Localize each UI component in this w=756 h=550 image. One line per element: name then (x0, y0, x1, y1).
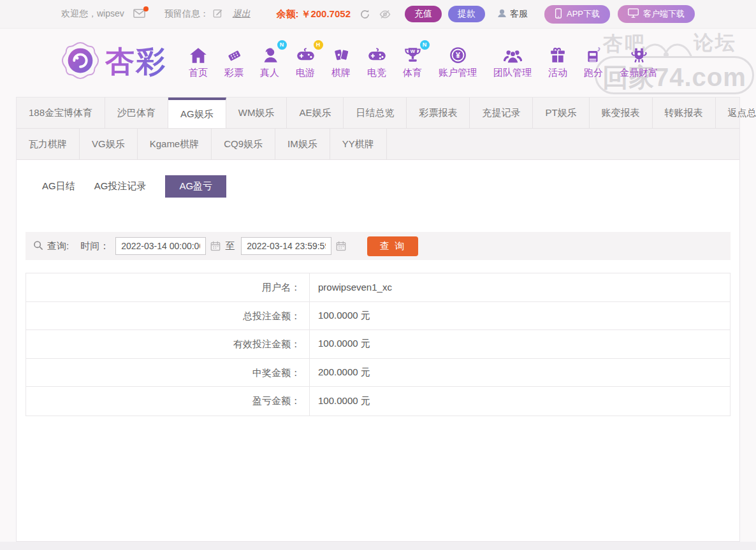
monitor-icon (628, 8, 639, 20)
tab-chongti[interactable]: 充提记录 (470, 98, 533, 128)
subtab-ag-bets[interactable]: AG投注记录 (94, 175, 147, 198)
badge-n: N (277, 40, 287, 50)
main-panel: 188金宝博体育 沙巴体育 AG娱乐 WM娱乐 AE娱乐 日结总览 彩票报表 充… (16, 97, 740, 542)
report-label: 总投注金额： (26, 302, 310, 330)
team-users-icon (504, 45, 522, 64)
start-date-input[interactable] (115, 237, 206, 255)
tab-wm[interactable]: WM娱乐 (226, 98, 287, 128)
table-row: 中奖金额： 200.0000 元 (26, 359, 730, 387)
esports-gamepad-icon (368, 45, 386, 64)
nav-item-lottery[interactable]: 彩票 (216, 45, 252, 79)
cards-icon (333, 45, 350, 64)
eye-off-icon[interactable] (379, 10, 391, 19)
tab-pt[interactable]: PT娱乐 (533, 98, 589, 128)
report-value: prowipseven1_xc (310, 282, 392, 293)
brand-logo[interactable]: 杏彩 (61, 41, 166, 83)
yuan-coin-icon: ¥ (449, 45, 467, 64)
calendar-icon[interactable] (210, 241, 221, 251)
tab-fandian[interactable]: 返点总额 (716, 98, 756, 128)
tab-caipiao[interactable]: 彩票报表 (407, 98, 470, 128)
tab-zhuanzhang[interactable]: 转账报表 (653, 98, 716, 128)
tab-yy[interactable]: YY棋牌 (330, 129, 387, 159)
profit-report-table: 用户名： prowipseven1_xc 总投注金额： 100.0000 元 有… (25, 273, 731, 416)
subtab-ag-daily[interactable]: AG日结 (42, 175, 75, 198)
home-icon (189, 45, 207, 64)
recharge-button[interactable]: 充值 (405, 6, 442, 22)
nav-item-home[interactable]: 首页 (180, 45, 216, 79)
report-value: 200.0000 元 (310, 366, 370, 379)
nav-item-esports[interactable]: 电竞 (359, 45, 395, 79)
customer-service-button[interactable]: 客服 (497, 8, 528, 20)
refresh-icon[interactable] (360, 9, 370, 20)
logout-link[interactable]: 退出 (233, 8, 251, 20)
tab-wali[interactable]: 瓦力棋牌 (17, 129, 80, 159)
tab-ae[interactable]: AE娱乐 (287, 98, 344, 128)
client-download-label: 客户端下载 (643, 8, 685, 20)
brand-emblem-icon (61, 41, 100, 83)
nav-item-live[interactable]: N 真人 (252, 45, 287, 79)
withdraw-button[interactable]: 提款 (448, 6, 485, 22)
welcome-text: 欢迎您，wipsev (61, 8, 124, 20)
table-row: 用户名： prowipseven1_xc (26, 273, 730, 302)
query-bar: 查询: 时间： 至 查 询 (25, 232, 731, 260)
table-row: 有效投注金额： 100.0000 元 (26, 330, 730, 359)
edit-icon[interactable] (213, 8, 222, 20)
time-label: 时间： (80, 240, 109, 252)
trophy-icon: W N (404, 45, 421, 64)
tab-shaba[interactable]: 沙巴体育 (105, 98, 168, 128)
nav-item-egame[interactable]: H 电游 (287, 45, 323, 79)
brand-name: 杏彩 (105, 42, 166, 82)
user-group: 欢迎您，wipsev 预留信息： 退出 (61, 8, 251, 20)
download-group: APP下载 客户端下载 (544, 5, 695, 24)
tab-vg[interactable]: VG娱乐 (80, 129, 138, 159)
nav-item-paofen[interactable]: 跑分 (576, 45, 611, 79)
report-label: 盈亏金额： (26, 387, 310, 416)
envelope-icon (133, 10, 145, 20)
tab-188jinbaobo[interactable]: 188金宝博体育 (17, 98, 105, 128)
notification-dot (143, 6, 149, 11)
gift-icon (549, 45, 566, 64)
tab-row-1: 188金宝博体育 沙巴体育 AG娱乐 WM娱乐 AE娱乐 日结总览 彩票报表 充… (17, 98, 739, 129)
reserved-info-label: 预留信息： (164, 8, 209, 20)
report-label: 中奖金额： (26, 359, 310, 387)
tab-row-2: 瓦力棋牌 VG娱乐 Kgame棋牌 CQ9娱乐 IM娱乐 YY棋牌 (17, 129, 739, 160)
game-console-icon: H (296, 45, 315, 64)
to-label: 至 (225, 240, 235, 252)
report-value: 100.0000 元 (310, 395, 370, 407)
svg-text:¥: ¥ (456, 51, 460, 60)
ding-cauldron-icon (630, 45, 648, 64)
nav-item-promo[interactable]: 活动 (540, 45, 576, 79)
tab-zhangbian[interactable]: 账变报表 (590, 98, 653, 128)
nav-item-sports[interactable]: W N 体育 (395, 45, 430, 79)
nav-item-account[interactable]: ¥ 账户管理 (430, 45, 485, 79)
report-label: 用户名： (26, 273, 310, 301)
balance-group: 余额: ￥200.7052 充值 提款 客服 (276, 6, 528, 22)
report-value: 100.0000 元 (310, 338, 370, 350)
report-value: 100.0000 元 (310, 310, 370, 322)
tab-im[interactable]: IM娱乐 (275, 129, 330, 159)
table-row: 盈亏金额： 100.0000 元 (26, 387, 730, 416)
customer-service-label: 客服 (510, 8, 528, 20)
app-download-button[interactable]: APP下载 (544, 5, 610, 24)
calendar-icon[interactable] (336, 241, 346, 251)
subtab-ag-profit-active[interactable]: AG盈亏 (165, 175, 226, 198)
tab-rijie[interactable]: 日结总览 (344, 98, 407, 128)
nav-item-wealth[interactable]: 金鼎财富 (611, 45, 666, 79)
tab-cq9[interactable]: CQ9娱乐 (212, 129, 275, 159)
search-icon (33, 240, 43, 252)
tab-kgame[interactable]: Kgame棋牌 (138, 129, 212, 159)
search-button[interactable]: 查 询 (367, 236, 418, 256)
ticket-icon (226, 45, 243, 64)
nav-item-team[interactable]: 团队管理 (485, 45, 540, 79)
app-download-label: APP下载 (567, 8, 600, 20)
phone-icon (555, 8, 562, 20)
badge-n: N (420, 40, 430, 50)
svg-text:W: W (410, 48, 415, 54)
client-download-button[interactable]: 客户端下载 (618, 5, 695, 23)
footer-strip (0, 542, 756, 550)
nav-item-cards[interactable]: 棋牌 (323, 45, 359, 79)
tab-ag-active[interactable]: AG娱乐 (168, 98, 226, 128)
end-date-input[interactable] (241, 237, 331, 255)
header: 杏彩 首页 彩票 N 真人 H 电游 (0, 29, 756, 94)
mail-button[interactable] (133, 9, 145, 20)
